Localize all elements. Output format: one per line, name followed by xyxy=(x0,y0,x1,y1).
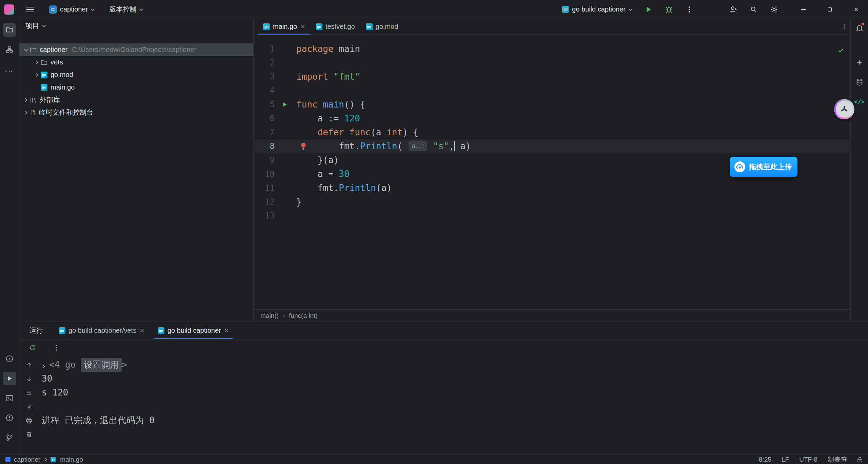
problems-tool-button[interactable] xyxy=(3,411,16,425)
inspections-ok-widget[interactable] xyxy=(837,47,844,54)
code-line-8[interactable]: 8 fmt.Println( a…: "s", a) xyxy=(254,139,850,153)
notifications-button[interactable] xyxy=(853,21,866,35)
code-line-4[interactable]: 4 xyxy=(254,84,850,98)
run-tab[interactable]: gogo build captioner× xyxy=(154,322,233,339)
rerun-button[interactable] xyxy=(29,344,36,351)
clear-console-button[interactable] xyxy=(26,427,33,441)
floating-assistant-ball[interactable] xyxy=(834,99,854,119)
check-icon xyxy=(837,47,844,54)
code-line-3[interactable]: 3import "fmt" xyxy=(254,70,850,84)
search-everywhere-button[interactable] xyxy=(748,4,760,15)
main-menu-button[interactable] xyxy=(24,4,36,15)
code-line-7[interactable]: 7 defer func(a int) { xyxy=(254,125,850,139)
close-button[interactable]: × xyxy=(850,4,862,15)
close-tab-icon[interactable]: × xyxy=(140,327,144,334)
tree-item-[interactable]: 临时文件和控制台 xyxy=(19,106,253,119)
code-line-12[interactable]: 12} xyxy=(254,195,850,209)
more-vert-icon xyxy=(688,5,690,14)
editor-tab-testvet.go[interactable]: gotestvet.go xyxy=(310,19,360,34)
chevron-right-icon xyxy=(43,458,47,461)
console-output: <4 go 设置调用>30s 120进程 已完成，退出代码为 0 xyxy=(39,356,868,455)
module-icon xyxy=(5,457,11,462)
soft-wrap-button[interactable] xyxy=(26,386,33,400)
services-tool-button[interactable] xyxy=(3,352,16,366)
vcs-widget[interactable]: 版本控制 xyxy=(106,3,145,16)
code-line-1[interactable]: 1package main xyxy=(254,42,850,56)
close-tab-icon[interactable]: × xyxy=(225,327,229,334)
editor-tab-main.go[interactable]: gomain.go× xyxy=(258,19,310,34)
maximize-button[interactable] xyxy=(824,4,835,15)
project-widget[interactable]: C captioner xyxy=(46,3,96,16)
line-number: 11 xyxy=(254,181,292,195)
close-tab-icon[interactable]: × xyxy=(301,23,305,31)
more-run-actions-button[interactable] xyxy=(684,4,695,15)
editor-tab-go.mod[interactable]: gogo.mod xyxy=(360,19,404,34)
project-panel-header[interactable]: 项目 xyxy=(19,19,253,33)
print-button[interactable] xyxy=(26,413,33,427)
bug-icon xyxy=(665,5,673,14)
console-more-button[interactable] xyxy=(55,344,57,352)
code-line-13[interactable]: 13 xyxy=(254,209,850,223)
ai-assistant-button[interactable] xyxy=(853,56,866,69)
status-file[interactable]: main.go xyxy=(60,456,83,463)
code-line-2[interactable]: 2 xyxy=(254,56,850,70)
database-tool-button[interactable] xyxy=(853,75,866,89)
goland-logo xyxy=(4,4,14,15)
structure-tool-button[interactable] xyxy=(3,43,16,56)
tree-item-captioner[interactable]: captionerC:\Users\meow\GolandProjects\ca… xyxy=(19,43,253,56)
line-separator-widget[interactable]: LF xyxy=(782,456,789,463)
expand-icon[interactable] xyxy=(34,60,38,64)
drag-upload-button[interactable]: 拖拽至此上传 xyxy=(730,157,797,177)
terminal-tool-button[interactable] xyxy=(3,391,16,405)
run-tab[interactable]: gogo build captioner/vets× xyxy=(55,322,148,339)
project-tool-button[interactable] xyxy=(3,23,16,37)
prev-occurrence-button[interactable] xyxy=(26,358,33,372)
expand-icon[interactable] xyxy=(23,111,27,114)
expand-icon[interactable] xyxy=(24,47,28,51)
settings-button[interactable] xyxy=(768,4,780,15)
folder-icon xyxy=(30,47,37,53)
caret-position-widget[interactable]: 8:25 xyxy=(759,456,771,463)
more-tool-windows-button[interactable]: … xyxy=(3,62,16,76)
go-file-icon: go xyxy=(59,327,65,334)
status-bar: captioner go main.go 8:25 LF UTF-8 制表符 xyxy=(0,455,868,464)
version-control-tool-button[interactable] xyxy=(3,431,16,444)
minimize-button[interactable] xyxy=(797,4,809,15)
expand-icon[interactable] xyxy=(34,73,38,77)
run-config-widget[interactable]: go go build captioner xyxy=(559,3,634,15)
expand-icon[interactable] xyxy=(23,98,27,102)
encoding-widget[interactable]: UTF-8 xyxy=(799,456,817,463)
code-tag-icon: </> xyxy=(854,98,865,105)
tree-item-label: 外部库 xyxy=(40,95,60,104)
expand-command-icon[interactable] xyxy=(42,358,44,372)
play-icon xyxy=(6,375,13,382)
tree-item-[interactable]: 外部库 xyxy=(19,94,253,106)
tree-item-vets[interactable]: vets xyxy=(19,56,253,69)
readonly-lock-button[interactable] xyxy=(857,457,863,463)
tabs-more-button[interactable] xyxy=(838,23,850,31)
code-line-11[interactable]: 11 fmt.Println(a) xyxy=(254,181,850,195)
run-button[interactable] xyxy=(643,4,654,15)
intention-bulb-icon[interactable] xyxy=(300,142,307,150)
code-line-6[interactable]: 6 a := 120 xyxy=(254,112,850,125)
endpoints-tool-button[interactable]: </> xyxy=(853,95,866,109)
code-line-5[interactable]: 5func main() { xyxy=(254,98,850,112)
line-number: 7 xyxy=(254,125,292,139)
indent-widget[interactable]: 制表符 xyxy=(828,455,847,464)
run-tool-button[interactable] xyxy=(3,372,16,385)
tree-item-go.mod[interactable]: gogo.mod xyxy=(19,69,253,81)
run-gutter-icon[interactable] xyxy=(282,102,288,107)
editor-tabs: gomain.go×gotestvet.gogogo.mod xyxy=(254,19,850,35)
left-tool-stripe: … xyxy=(0,19,19,455)
tree-item-main.go[interactable]: gomain.go xyxy=(19,81,253,94)
status-project[interactable]: captioner xyxy=(14,456,40,463)
code-with-me-button[interactable] xyxy=(728,4,739,15)
next-occurrence-button[interactable] xyxy=(26,372,33,386)
gear-icon xyxy=(770,6,778,13)
search-icon xyxy=(750,6,757,13)
line-number: 5 xyxy=(254,98,292,112)
scroll-to-end-button[interactable] xyxy=(26,400,33,413)
debug-button[interactable] xyxy=(663,4,675,15)
breadcrumb[interactable]: main() xyxy=(260,312,279,320)
breadcrumb[interactable]: func(a int) xyxy=(289,312,317,320)
